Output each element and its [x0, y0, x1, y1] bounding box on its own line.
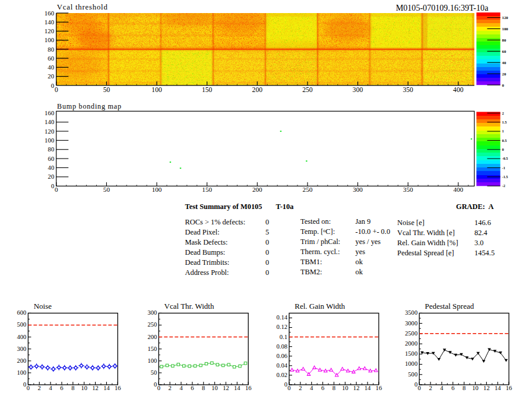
svg-text:2: 2 [502, 111, 504, 115]
svg-text:146.6: 146.6 [474, 218, 491, 227]
svg-text:120: 120 [45, 27, 55, 34]
svg-text:M0105-070109.16:39T-10a: M0105-070109.16:39T-10a [396, 3, 489, 12]
svg-text:0: 0 [55, 186, 58, 193]
svg-text:Jan 9: Jan 9 [356, 217, 371, 226]
svg-text:Pedestal Spread [e]: Pedestal Spread [e] [397, 249, 454, 257]
svg-text:6: 6 [451, 385, 454, 391]
svg-text:400: 400 [17, 334, 27, 340]
svg-text:0: 0 [154, 381, 157, 388]
svg-text:0: 0 [23, 381, 26, 388]
svg-text:0: 0 [265, 248, 269, 256]
svg-text:0: 0 [265, 218, 269, 226]
svg-text:Vcal Thr. Width [e]: Vcal Thr. Width [e] [397, 229, 455, 237]
svg-text:2: 2 [299, 385, 302, 391]
svg-text:200: 200 [17, 357, 27, 364]
svg-text:100: 100 [17, 369, 27, 376]
svg-text:14: 14 [495, 385, 501, 391]
svg-text:250: 250 [303, 186, 313, 193]
svg-text:1.5: 1.5 [502, 120, 507, 124]
svg-text:600: 600 [17, 309, 27, 316]
svg-text:Dead Bumps:: Dead Bumps: [185, 248, 226, 256]
svg-text:300: 300 [353, 186, 363, 193]
svg-text:6: 6 [321, 385, 324, 391]
svg-text:60: 60 [48, 55, 55, 62]
svg-text:40: 40 [502, 61, 506, 65]
svg-text:0: 0 [265, 258, 269, 267]
svg-text:0: 0 [157, 385, 160, 391]
svg-text:400: 400 [453, 186, 463, 193]
svg-text:ok: ok [356, 268, 363, 276]
svg-text:40: 40 [48, 164, 55, 171]
svg-text:1454.5: 1454.5 [474, 249, 495, 257]
svg-text:0: 0 [51, 182, 54, 189]
svg-text:TBM1:: TBM1: [300, 258, 322, 266]
svg-text:2500: 2500 [405, 330, 417, 337]
svg-text:200: 200 [252, 86, 263, 94]
svg-text:10: 10 [211, 385, 218, 391]
svg-text:Address Probl:: Address Probl: [185, 268, 229, 277]
svg-text:500: 500 [408, 371, 417, 378]
svg-text:120: 120 [502, 15, 509, 20]
svg-text:80: 80 [502, 38, 506, 42]
svg-text:Noise [e]: Noise [e] [397, 218, 425, 227]
svg-text:0.02: 0.02 [276, 372, 287, 378]
svg-text:5: 5 [265, 228, 269, 236]
svg-text:0.04: 0.04 [276, 362, 287, 369]
svg-text:4: 4 [440, 385, 444, 391]
svg-text:140: 140 [45, 118, 54, 125]
svg-text:60: 60 [48, 155, 55, 162]
svg-text:350: 350 [403, 86, 413, 94]
svg-text:140: 140 [45, 18, 55, 26]
svg-text:16: 16 [245, 385, 252, 391]
svg-text:Dead Pixel:: Dead Pixel: [185, 228, 220, 236]
svg-text:80: 80 [48, 46, 55, 53]
svg-text:12: 12 [223, 385, 229, 391]
svg-text:0.12: 0.12 [276, 324, 287, 330]
svg-text:Rel. Gain Width: Rel. Gain Width [294, 302, 345, 311]
svg-text:Mask Defects:: Mask Defects: [185, 238, 228, 246]
svg-text:14: 14 [103, 385, 110, 391]
svg-text:300: 300 [17, 346, 27, 352]
svg-text:Temp. [oC]:: Temp. [oC]: [300, 227, 335, 236]
svg-text:2000: 2000 [405, 340, 417, 347]
svg-text:12: 12 [92, 385, 99, 391]
svg-text:8: 8 [463, 385, 466, 391]
svg-text:100: 100 [502, 27, 509, 31]
svg-text:4: 4 [310, 385, 314, 391]
svg-text:Vcal Thr. Width: Vcal Thr. Width [164, 302, 214, 311]
svg-text:0: 0 [414, 381, 417, 388]
svg-text:12: 12 [353, 385, 360, 391]
svg-text:Tested on:: Tested on: [300, 217, 331, 226]
svg-text:1000: 1000 [405, 360, 417, 367]
svg-text:250: 250 [147, 321, 157, 328]
svg-text:400: 400 [453, 86, 464, 94]
svg-text:82.4: 82.4 [474, 229, 487, 237]
svg-text:Noise: Noise [34, 302, 52, 311]
svg-text:50: 50 [103, 86, 110, 94]
svg-text:Vcal threshold: Vcal threshold [57, 3, 108, 11]
svg-text:-0.5: -0.5 [502, 156, 508, 160]
svg-text:12: 12 [483, 385, 490, 391]
svg-text:250: 250 [302, 86, 313, 94]
svg-text:-1: -1 [502, 166, 505, 170]
svg-text:T-10a: T-10a [276, 202, 294, 211]
svg-text:-1.5: -1.5 [502, 175, 508, 179]
svg-text:8: 8 [71, 385, 74, 391]
svg-text:Bump bonding map: Bump bonding map [57, 102, 122, 110]
svg-text:0: 0 [265, 268, 269, 277]
svg-text:350: 350 [403, 186, 413, 193]
svg-text:0.08: 0.08 [276, 343, 287, 350]
svg-text:1: 1 [502, 129, 504, 133]
svg-text:0.5: 0.5 [502, 138, 507, 142]
svg-text:6: 6 [60, 385, 63, 391]
svg-text:yes / yes: yes / yes [356, 238, 381, 246]
svg-text:Rel. Gain Width [%]: Rel. Gain Width [%] [397, 239, 458, 247]
svg-text:2: 2 [38, 385, 41, 391]
svg-text:0: 0 [51, 82, 55, 89]
svg-text:150: 150 [147, 346, 157, 352]
svg-text:300: 300 [353, 86, 363, 94]
svg-text:GRADE: A: GRADE: A [456, 202, 493, 211]
svg-text:16: 16 [115, 385, 121, 391]
svg-text:3.0: 3.0 [474, 239, 484, 247]
svg-text:Test Summary of M0105: Test Summary of M0105 [185, 202, 262, 211]
